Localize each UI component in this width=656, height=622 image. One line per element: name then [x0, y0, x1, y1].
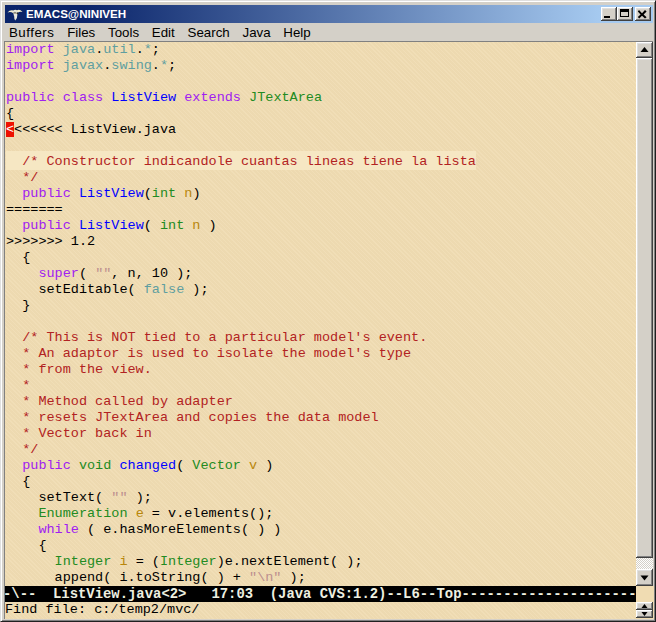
scrollbar-right-gap: [653, 42, 654, 586]
code-text: import java.util.*;import javax.swing.*;…: [6, 42, 476, 586]
code-line: =======: [6, 202, 476, 218]
window-title: EMACS@NINIVEH: [26, 5, 126, 23]
code-line: /* Constructor indicandole cuantas linea…: [6, 154, 476, 170]
code-line: super( "", n, 10 );: [6, 266, 476, 282]
code-line: {: [6, 106, 476, 122]
code-line: *: [6, 378, 476, 394]
minibuffer-prompt: Find file:: [5, 602, 94, 617]
editor-buffer[interactable]: import java.util.*;import javax.swing.*;…: [5, 42, 636, 586]
menu-item-files[interactable]: Files: [61, 23, 102, 42]
code-line: }: [6, 298, 476, 314]
code-line: * An adaptor is used to isolate the mode…: [6, 346, 476, 362]
code-line: */: [6, 170, 476, 186]
code-line: Integer i = (Integer)e.nextElement( );: [6, 554, 476, 570]
code-line: /* This is NOT tied to a particular mode…: [6, 330, 476, 346]
maximize-button[interactable]: [617, 7, 633, 21]
mode-line: -\-- ListView.java<2> 17:03 (Java CVS:1.…: [5, 586, 636, 602]
code-line: {: [6, 250, 476, 266]
code-line: * Method called by adapter: [6, 394, 476, 410]
menu-bar: BuffersFilesToolsEditSearchJavaHelp: [5, 23, 653, 42]
code-line: [6, 314, 476, 330]
text-cursor: <: [6, 122, 14, 137]
code-line: import java.util.*;: [6, 42, 476, 58]
code-line: [6, 138, 476, 154]
code-line: */: [6, 442, 476, 458]
minimize-button[interactable]: [601, 7, 617, 21]
menu-item-buffers[interactable]: Buffers: [7, 23, 61, 42]
menu-item-edit[interactable]: Edit: [145, 23, 181, 42]
code-line: setEditable( false );: [6, 282, 476, 298]
close-button[interactable]: [635, 7, 651, 21]
emacs-gnu-icon: [7, 6, 23, 22]
code-line: <<<<<<< ListView.java: [6, 122, 476, 138]
code-line: public ListView( int n ): [6, 218, 476, 234]
code-line: {: [6, 474, 476, 490]
scroll-up-button[interactable]: [636, 42, 653, 58]
minibuffer-scroll-down-button[interactable]: [636, 610, 653, 618]
code-line: while ( e.hasMoreElements( ) ): [6, 522, 476, 538]
scroll-down-button[interactable]: [636, 569, 653, 586]
code-line: [6, 74, 476, 90]
menu-item-java[interactable]: Java: [236, 23, 277, 42]
code-line: public void changed( Vector v ): [6, 458, 476, 474]
title-bar[interactable]: EMACS@NINIVEH: [5, 5, 653, 23]
code-line: setText( "" );: [6, 490, 476, 506]
minibuffer-scroll-up-button[interactable]: [636, 602, 653, 610]
code-line: * resets JTextArea and copies the data m…: [6, 410, 476, 426]
menu-item-tools[interactable]: Tools: [102, 23, 146, 42]
emacs-window: EMACS@NINIVEH BuffersFilesToolsEditSearc…: [0, 0, 656, 622]
menu-item-help[interactable]: Help: [277, 23, 317, 42]
scrollbar-thumb[interactable]: [636, 58, 653, 558]
vertical-scrollbar[interactable]: [636, 42, 653, 586]
code-line: * Vector back in: [6, 426, 476, 442]
code-line: public ListView(int n): [6, 186, 476, 202]
code-line: append( i.toString( ) + "\n" );: [6, 570, 476, 586]
code-line: * from the view.: [6, 362, 476, 378]
code-line: import javax.swing.*;: [6, 58, 476, 74]
code-line: {: [6, 538, 476, 554]
frame-client-area: import java.util.*;import javax.swing.*;…: [4, 41, 653, 619]
minibuffer[interactable]: Find file: c:/temp2/mvc/: [5, 602, 636, 619]
mode-line-filler: [636, 586, 654, 602]
code-line: public class ListView extends JTextArea: [6, 90, 476, 106]
menu-item-search[interactable]: Search: [181, 23, 236, 42]
code-line: Enumeration e = v.elements();: [6, 506, 476, 522]
minibuffer-scrollbar[interactable]: [636, 602, 654, 619]
minibuffer-input[interactable]: c:/temp2/mvc/: [94, 602, 199, 617]
code-line: >>>>>>> 1.2: [6, 234, 476, 250]
